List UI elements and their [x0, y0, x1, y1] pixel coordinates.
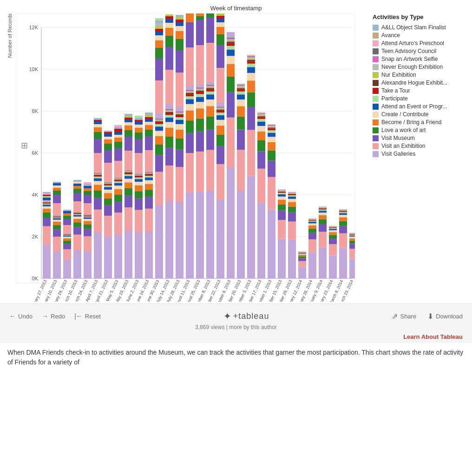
- svg-rect-358: [145, 174, 153, 176]
- svg-rect-457: [206, 99, 214, 106]
- svg-rect-677: [339, 218, 347, 221]
- svg-rect-219: [63, 237, 71, 238]
- svg-rect-343: [135, 175, 143, 175]
- svg-rect-124: [155, 35, 163, 40]
- svg-rect-143: [176, 39, 184, 50]
- svg-rect-375: [155, 122, 163, 124]
- svg-rect-307: [114, 180, 122, 181]
- svg-rect-561: [268, 130, 275, 132]
- svg-rect-96: [125, 118, 132, 119]
- learn-about-tableau-link[interactable]: Learn About Tableau: [0, 331, 472, 340]
- redo-button[interactable]: → Redo: [42, 312, 65, 320]
- svg-rect-646: [319, 210, 327, 211]
- legend-color-swatch: [373, 40, 379, 46]
- svg-rect-41: [63, 216, 71, 219]
- toolbar-right: ⇗ Share ⬇ Download: [392, 312, 463, 321]
- svg-rect-282: [104, 237, 112, 278]
- svg-rect-93: [125, 126, 132, 130]
- svg-rect-90: [125, 151, 132, 172]
- undo-button[interactable]: ← Undo: [9, 312, 33, 320]
- svg-rect-557: [268, 151, 275, 161]
- reset-button[interactable]: |← Reset: [74, 312, 101, 320]
- svg-rect-350: [145, 231, 153, 278]
- svg-rect-238: [73, 214, 81, 215]
- svg-text:0K: 0K: [32, 276, 39, 281]
- svg-rect-584: [278, 190, 286, 190]
- svg-rect-656: [329, 256, 337, 279]
- svg-rect-118: [145, 112, 153, 115]
- svg-rect-292: [104, 183, 112, 184]
- bar-chart-svg: 12K 10K 8K 6K 4K 2K 0K ⊞: [16, 13, 355, 302]
- svg-rect-346: [135, 174, 143, 174]
- svg-rect-135: [165, 28, 173, 36]
- svg-rect-122: [155, 48, 163, 59]
- svg-rect-98: [125, 114, 132, 116]
- svg-rect-692: [349, 244, 355, 249]
- svg-rect-577: [278, 194, 286, 197]
- svg-rect-428: [186, 92, 194, 93]
- svg-rect-110: [145, 150, 153, 171]
- svg-rect-541: [257, 132, 265, 140]
- svg-rect-258: [84, 215, 92, 216]
- legend-color-swatch: [373, 48, 379, 54]
- svg-rect-580: [278, 191, 286, 192]
- legend-item-label: Become / Bring a Friend: [381, 119, 441, 126]
- svg-rect-371: [155, 136, 163, 145]
- svg-rect-351: [145, 209, 153, 231]
- svg-rect-117: [145, 115, 153, 117]
- svg-rect-252: [84, 221, 92, 224]
- svg-rect-330: [125, 170, 132, 171]
- svg-rect-424: [186, 99, 194, 104]
- svg-rect-625: [308, 229, 316, 233]
- svg-rect-283: [104, 216, 112, 237]
- legend-item: Never Enough Exhibition: [373, 64, 467, 70]
- svg-rect-429: [186, 91, 194, 92]
- svg-rect-324: [125, 173, 132, 174]
- svg-rect-392: [165, 113, 173, 115]
- svg-rect-342: [135, 176, 143, 176]
- svg-rect-276: [94, 174, 102, 174]
- svg-rect-251: [84, 225, 92, 229]
- svg-rect-694: [349, 238, 355, 240]
- svg-rect-499: [227, 38, 235, 38]
- svg-rect-32: [53, 195, 61, 203]
- svg-rect-545: [257, 117, 265, 119]
- svg-rect-178: [216, 13, 224, 16]
- svg-rect-181: [43, 226, 51, 245]
- svg-rect-97: [125, 116, 132, 118]
- download-button[interactable]: ⬇ Download: [427, 312, 463, 321]
- svg-rect-106: [135, 120, 143, 122]
- svg-rect-520: [247, 176, 255, 279]
- svg-rect-470: [216, 164, 224, 200]
- svg-rect-525: [247, 73, 255, 80]
- svg-rect-34: [53, 188, 61, 191]
- svg-rect-36: [53, 183, 61, 185]
- svg-rect-452: [206, 191, 214, 278]
- legend-item: Participate: [373, 95, 467, 102]
- share-button[interactable]: ⇗ Share: [392, 312, 416, 321]
- svg-text:8K: 8K: [32, 108, 39, 114]
- svg-rect-257: [84, 215, 92, 216]
- svg-rect-300: [114, 212, 122, 234]
- svg-rect-675: [339, 226, 347, 233]
- svg-rect-608: [298, 256, 306, 258]
- svg-rect-674: [339, 233, 347, 248]
- svg-rect-267: [94, 198, 102, 210]
- svg-rect-62: [94, 153, 102, 174]
- legend-item: Become / Bring a Friend: [373, 119, 467, 126]
- svg-rect-108: [135, 116, 143, 118]
- svg-rect-359: [145, 174, 153, 174]
- svg-rect-531: [247, 58, 255, 59]
- description-text: When DMA Friends check-in to activities …: [0, 343, 472, 367]
- svg-rect-682: [339, 211, 347, 211]
- svg-rect-498: [227, 38, 235, 39]
- svg-rect-236: [73, 217, 81, 219]
- svg-rect-294: [104, 182, 112, 183]
- svg-rect-302: [114, 195, 122, 202]
- svg-rect-73: [104, 144, 112, 150]
- svg-rect-234: [73, 222, 81, 227]
- tableau-controls: ← Undo → Redo |← Reset ✦ +tableau ⇗ Shar…: [0, 311, 472, 322]
- svg-rect-448: [196, 87, 204, 88]
- svg-rect-410: [176, 114, 184, 115]
- svg-rect-456: [206, 106, 214, 116]
